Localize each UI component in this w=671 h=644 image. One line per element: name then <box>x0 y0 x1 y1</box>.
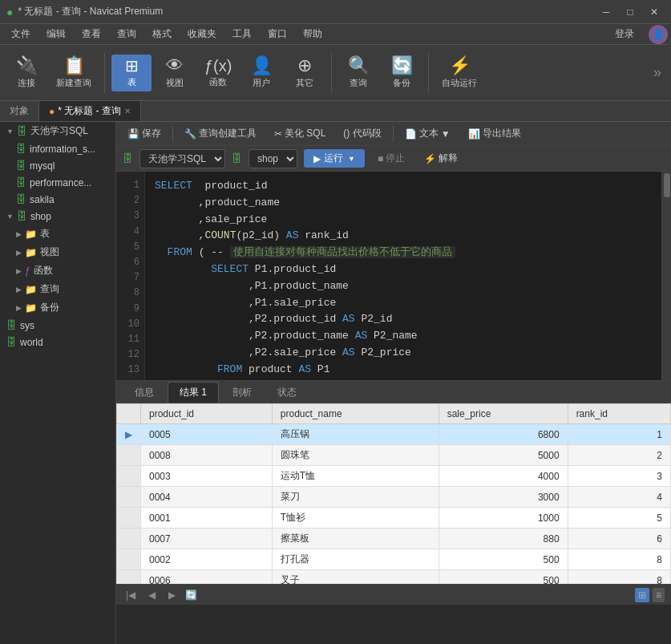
toolbar-other[interactable]: ⊕ 其它 <box>285 54 325 92</box>
export-results-button[interactable]: 📊 导出结果 <box>462 125 528 142</box>
toolbar-new-query[interactable]: 📋 新建查询 <box>50 54 98 92</box>
save-button[interactable]: 💾 保存 <box>121 125 168 142</box>
cell-rank-id: 3 <box>568 466 670 487</box>
expand-backup-icon: ▶ <box>16 304 22 312</box>
expand-func-icon: ▶ <box>16 267 22 275</box>
nav-first-button[interactable]: |◀ <box>123 588 139 602</box>
sidebar-db-sakila[interactable]: 🗄 sakila <box>0 191 115 208</box>
tab-object[interactable]: 对象 <box>0 101 39 121</box>
minimize-button[interactable]: ─ <box>596 4 616 20</box>
menu-view[interactable]: 查看 <box>74 25 109 43</box>
backup-label: 备份 <box>393 77 410 89</box>
sidebar-db-information[interactable]: 🗄 information_s... <box>0 140 115 157</box>
run-button[interactable]: ▶ 运行 ▼ <box>304 149 365 168</box>
table-row[interactable]: 0001 T恤衫 1000 5 <box>117 508 671 529</box>
code-snippet-button[interactable]: () 代码段 <box>337 125 387 142</box>
cell-sale-price: 500 <box>439 570 568 585</box>
data-table-container[interactable]: product_id product_name sale_price rank_… <box>116 403 671 584</box>
login-button[interactable]: 登录 <box>607 25 642 43</box>
other-icon: ⊕ <box>297 57 312 75</box>
table-row[interactable]: ▶ 0005 高压锅 6800 1 <box>117 424 671 445</box>
toolbar-function[interactable]: ƒ(x) 函数 <box>198 55 238 91</box>
toolbar-connect[interactable]: 🔌 连接 <box>6 54 46 92</box>
row-indicator: ▶ <box>117 424 141 445</box>
explain-button[interactable]: ⚡ 解释 <box>418 149 464 168</box>
grid-view-button[interactable]: ⊞ <box>635 588 649 602</box>
db-tianchi-icon: 🗄 <box>17 125 27 137</box>
row-indicator <box>117 549 141 570</box>
table-row[interactable]: 0008 圆珠笔 5000 2 <box>117 445 671 466</box>
col-product-id[interactable]: product_id <box>141 404 273 424</box>
create-query-tool-button[interactable]: 🔧 查询创建工具 <box>178 125 263 142</box>
tab-result1[interactable]: 结果 1 <box>168 382 219 403</box>
tab-info[interactable]: 信息 <box>123 382 166 403</box>
stop-icon: ■ <box>378 153 383 164</box>
col-product-name[interactable]: product_name <box>272 404 439 424</box>
table-row[interactable]: 0002 打孔器 500 8 <box>117 549 671 570</box>
tab-status[interactable]: 状态 <box>265 382 309 403</box>
menu-format[interactable]: 格式 <box>144 25 180 43</box>
user-avatar[interactable]: 👤 <box>649 25 668 44</box>
toolbar-user[interactable]: 👤 用户 <box>241 54 281 92</box>
tab-query-close[interactable]: ✕ <box>124 107 131 115</box>
auto-run-label: 自动运行 <box>442 77 477 89</box>
col-rank-id[interactable]: rank_id <box>568 404 670 424</box>
menu-bar: 文件 编辑 查看 查询 格式 收藏夹 工具 窗口 帮助 登录 👤 <box>0 24 671 45</box>
tab-query[interactable]: ● * 无标题 - 查询 ✕ <box>39 101 141 121</box>
db2-selector[interactable]: shop <box>249 149 297 168</box>
menu-query[interactable]: 查询 <box>109 25 144 43</box>
run-icon: ▶ <box>313 153 321 164</box>
sidebar-shop-table[interactable]: ▶ 📁 表 <box>0 225 115 243</box>
close-button[interactable]: ✕ <box>644 4 665 20</box>
sidebar-db-world[interactable]: 🗄 world <box>0 334 115 350</box>
menu-file[interactable]: 文件 <box>3 25 38 43</box>
toolbar-expand-icon[interactable]: » <box>653 64 665 81</box>
nav-prev-button[interactable]: ◀ <box>145 588 159 602</box>
text-button[interactable]: 📄 文本 ▼ <box>398 125 457 142</box>
toolbar-view[interactable]: 👁 视图 <box>155 54 195 92</box>
beautify-sql-button[interactable]: ✂ 美化 SQL <box>268 125 332 142</box>
table-row[interactable]: 0007 擦菜板 880 6 <box>117 529 671 549</box>
toolbar-backup[interactable]: 🔄 备份 <box>382 54 422 92</box>
stop-button[interactable]: ■ 停止 <box>371 149 411 168</box>
toolbar-auto-run[interactable]: ⚡ 自动运行 <box>435 54 483 92</box>
editor-scrollbar[interactable] <box>661 172 671 380</box>
sidebar-db-tianchi[interactable]: ▼ 🗄 天池学习SQL <box>0 122 115 140</box>
query-toolbar: 💾 保存 🔧 查询创建工具 ✂ 美化 SQL () 代码段 📄 文本 ▼ <box>116 122 671 146</box>
col-sale-price[interactable]: sale_price <box>439 404 568 424</box>
toolbar-query[interactable]: 🔍 查询 <box>338 54 378 92</box>
folder-func-icon: ƒ <box>25 265 30 277</box>
menu-window[interactable]: 窗口 <box>260 25 295 43</box>
sidebar: ▼ 🗄 天池学习SQL 🗄 information_s... 🗄 mysql 🗄… <box>0 122 116 644</box>
menu-favorites[interactable]: 收藏夹 <box>180 25 224 43</box>
main-layout: ▼ 🗄 天池学习SQL 🗄 information_s... 🗄 mysql 🗄… <box>0 122 671 644</box>
results-tabs: 信息 结果 1 剖析 状态 <box>116 381 671 403</box>
table-row[interactable]: 0006 叉子 500 8 <box>117 570 671 585</box>
menu-tools[interactable]: 工具 <box>224 25 260 43</box>
table-row[interactable]: 0003 运动T恤 4000 3 <box>117 466 671 487</box>
tab-profiling[interactable]: 剖析 <box>220 382 264 403</box>
sidebar-db-mysql[interactable]: 🗄 mysql <box>0 157 115 174</box>
sidebar-db-shop[interactable]: ▼ 🗄 shop <box>0 208 115 225</box>
sidebar-shop-function[interactable]: ▶ ƒ 函数 <box>0 261 115 280</box>
sidebar-db-performance[interactable]: 🗄 performance... <box>0 174 115 191</box>
menu-edit[interactable]: 编辑 <box>38 25 74 43</box>
db1-selector[interactable]: 天池学习SQL <box>139 149 225 168</box>
sidebar-shop-query[interactable]: ▶ 📁 查询 <box>0 280 115 298</box>
toolbar-separator-3 <box>428 53 429 93</box>
menu-help[interactable]: 帮助 <box>295 25 330 43</box>
db-world-icon: 🗄 <box>6 336 17 348</box>
form-view-button[interactable]: ≡ <box>653 588 665 602</box>
db-information-icon: 🗄 <box>16 143 26 155</box>
sql-editor[interactable]: 12345 678910 1112131415 1617 SELECT prod… <box>116 172 671 380</box>
sql-code[interactable]: SELECT product_id ,product_name ,sale_pr… <box>145 172 661 380</box>
toolbar-table[interactable]: ⊞ 表 <box>111 55 152 91</box>
refresh-button[interactable]: 🔄 <box>185 589 197 601</box>
sidebar-shop-backup[interactable]: ▶ 📁 备份 <box>0 298 115 317</box>
sidebar-shop-view[interactable]: ▶ 📁 视图 <box>0 243 115 261</box>
maximize-button[interactable]: □ <box>620 4 641 20</box>
tab-query-label: * 无标题 - 查询 <box>58 104 121 118</box>
nav-next-button[interactable]: ▶ <box>165 588 179 602</box>
table-row[interactable]: 0004 菜刀 3000 4 <box>117 487 671 508</box>
sidebar-db-sys[interactable]: 🗄 sys <box>0 317 115 334</box>
